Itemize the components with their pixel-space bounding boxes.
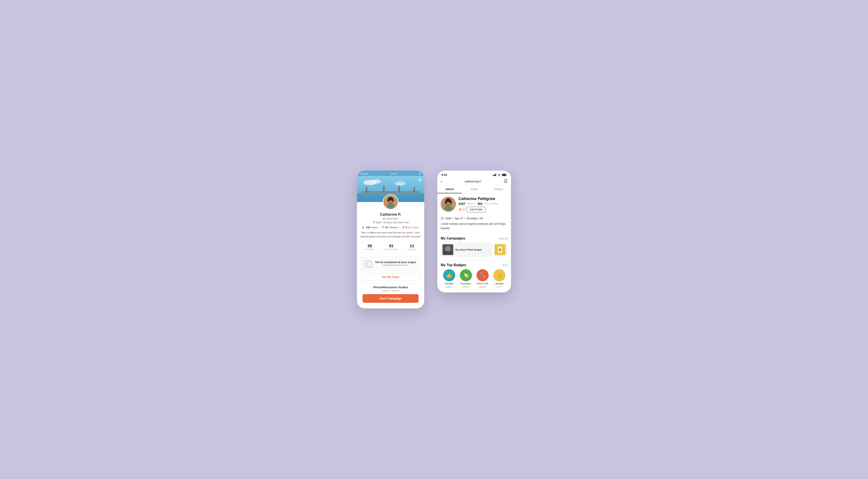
campaign-section: #FinishReluciente VoxBox Ends in 1 Month… bbox=[361, 283, 421, 305]
svg-rect-45 bbox=[443, 252, 452, 254]
left-status-bar: Verizon 12:35 ⚙ bbox=[357, 171, 424, 176]
campaigns-row: You Have 9 New Snaps! bbox=[441, 243, 507, 257]
tab-feed[interactable]: Feed bbox=[462, 185, 486, 193]
svg-rect-8 bbox=[398, 186, 400, 192]
badge-1-name: Likeable bbox=[445, 282, 454, 285]
back-button[interactable]: ‹ bbox=[441, 179, 442, 184]
left-profile-body: Catherine P. @catherinep7 Staff | 26 yea… bbox=[357, 210, 424, 308]
impact-number: 2347 bbox=[459, 202, 465, 205]
svg-point-30 bbox=[499, 175, 499, 176]
see-my-snaps-button[interactable]: See My Snaps bbox=[361, 273, 421, 281]
followers-label: FOLLOWERS bbox=[484, 203, 499, 205]
snaps-icon: ? bbox=[363, 259, 373, 268]
snaps-text: You've completed all your snaps! Check b… bbox=[375, 261, 416, 266]
menu-button[interactable]: ☰ bbox=[504, 179, 507, 184]
svg-point-44 bbox=[445, 246, 451, 251]
campaign-title: #FinishReluciente VoxBox bbox=[363, 286, 418, 289]
left-time: 12:35 bbox=[391, 173, 397, 175]
svg-rect-20 bbox=[364, 226, 364, 229]
svg-point-40 bbox=[445, 201, 446, 204]
svg-rect-9 bbox=[413, 187, 415, 192]
svg-rect-26 bbox=[493, 175, 493, 176]
badge-1-circle: 👍 bbox=[443, 269, 455, 281]
svg-point-2 bbox=[372, 179, 381, 183]
badge-1-level: Level 5 bbox=[445, 286, 453, 288]
badges-title: My Top Badges bbox=[441, 263, 466, 267]
person-circle-icon bbox=[441, 217, 444, 220]
right-avatar bbox=[441, 197, 456, 212]
svg-point-22 bbox=[383, 226, 384, 228]
snaps-subtitle: Check back later for more. bbox=[375, 264, 416, 266]
about-section: Staff • Age 27 • Brooklyn, NY I write re… bbox=[437, 215, 511, 233]
svg-rect-7 bbox=[383, 186, 385, 192]
impact-stat: 530 Impact bbox=[362, 226, 378, 229]
campaign-card-1-text: You Have 9 New Snaps! bbox=[455, 248, 482, 251]
streak-stat: 🔥 3 day streak bbox=[402, 226, 419, 229]
svg-point-39 bbox=[450, 201, 452, 204]
snaps-section: ? You've completed all your snaps! Check… bbox=[361, 256, 421, 271]
svg-rect-6 bbox=[366, 187, 367, 192]
start-campaign-button[interactable]: Start Campaign bbox=[363, 294, 418, 303]
battery-icon bbox=[502, 174, 507, 176]
left-status-icons: ⚙ bbox=[418, 172, 421, 175]
person-icon bbox=[373, 221, 375, 224]
right-status-icons bbox=[493, 174, 507, 176]
fire-icon: 🔥 bbox=[402, 226, 405, 229]
nav-username: catherinep7 bbox=[464, 179, 481, 183]
campaigns-header: My Campaigns See All bbox=[441, 236, 507, 240]
campaigns-section: My Campaigns See All You Have 9 New Snap… bbox=[437, 233, 511, 260]
settings-icon[interactable]: ⚙ bbox=[418, 178, 422, 182]
svg-point-48 bbox=[499, 248, 501, 251]
right-time: 9:41 bbox=[442, 173, 447, 176]
badges-edit-link[interactable]: Edit bbox=[503, 264, 507, 267]
badge-4-circle: 👍 bbox=[493, 269, 505, 281]
svg-point-12 bbox=[387, 203, 394, 209]
left-phone: Verizon 12:35 ⚙ bbox=[357, 171, 424, 308]
discussions-count: 93 DISCUSSIONS bbox=[384, 244, 398, 250]
svg-point-3 bbox=[395, 181, 406, 186]
edit-profile-button[interactable]: Edit Profile bbox=[467, 207, 486, 212]
svg-point-15 bbox=[392, 199, 394, 202]
campaign-subtitle: Ends in 1 Month! bbox=[363, 289, 418, 292]
svg-point-42 bbox=[442, 217, 443, 218]
campaign-card-1[interactable]: You Have 9 New Snaps! bbox=[441, 243, 492, 257]
svg-rect-32 bbox=[506, 174, 507, 175]
badge-4-name: Likeable bbox=[495, 282, 504, 285]
streak-badge: 🔥 30 bbox=[459, 208, 465, 211]
tab-about[interactable]: About bbox=[437, 185, 462, 193]
badge-3-circle: 🔧 bbox=[476, 269, 489, 281]
svg-text:?: ? bbox=[366, 263, 368, 266]
about-line: Staff • Age 27 • Brooklyn, NY bbox=[441, 217, 507, 220]
svg-rect-33 bbox=[502, 174, 506, 176]
followers-number: 302 bbox=[477, 202, 483, 205]
snaps-title: You've completed all your snaps! bbox=[375, 261, 416, 264]
avatar-wrap bbox=[357, 194, 424, 210]
left-bio: Born in Miami but have lived all over th… bbox=[361, 231, 421, 238]
badge-4: 👍 Likeable Level 5 bbox=[493, 269, 505, 288]
counts-row: 99 REVIEWS 93 DISCUSSIONS 13 BADGES bbox=[361, 241, 421, 253]
left-staff-location: Staff | 26 years old | New York bbox=[361, 221, 421, 224]
badges-header: My Top Badges Edit bbox=[441, 263, 507, 267]
badges-section: My Top Badges Edit 👍 Likeable Level 5 🏷️… bbox=[437, 260, 511, 293]
campaign-card-2[interactable] bbox=[495, 243, 507, 257]
badge-3: 🔧 Know-It-All Level 5 bbox=[476, 269, 489, 288]
svg-rect-18 bbox=[362, 227, 363, 229]
tabs-row: About Feed Photos bbox=[437, 185, 511, 194]
see-all-link[interactable]: See All bbox=[499, 237, 507, 240]
badge-2-level: Level 5 bbox=[462, 286, 469, 288]
svg-rect-19 bbox=[363, 227, 364, 229]
reviews-count: 99 REVIEWS bbox=[365, 244, 375, 250]
svg-rect-27 bbox=[494, 175, 494, 176]
campaign-thumb-1 bbox=[442, 244, 453, 255]
badge-4-level: Level 5 bbox=[496, 286, 503, 288]
badge-3-name: Know-It-All bbox=[477, 282, 488, 285]
carrier-label: Verizon bbox=[361, 173, 369, 175]
svg-point-17 bbox=[373, 221, 375, 223]
badge-2: 🏷️ Scantastic Level 5 bbox=[460, 269, 472, 288]
followers-icon bbox=[381, 226, 384, 229]
main-container: Verizon 12:35 ⚙ bbox=[357, 171, 511, 308]
right-nav-bar: ‹ catherinep7 ☰ bbox=[437, 177, 511, 185]
badge-2-circle: 🏷️ bbox=[460, 269, 472, 281]
signal-bars-icon bbox=[493, 174, 496, 176]
tab-photos[interactable]: Photos bbox=[487, 185, 511, 193]
